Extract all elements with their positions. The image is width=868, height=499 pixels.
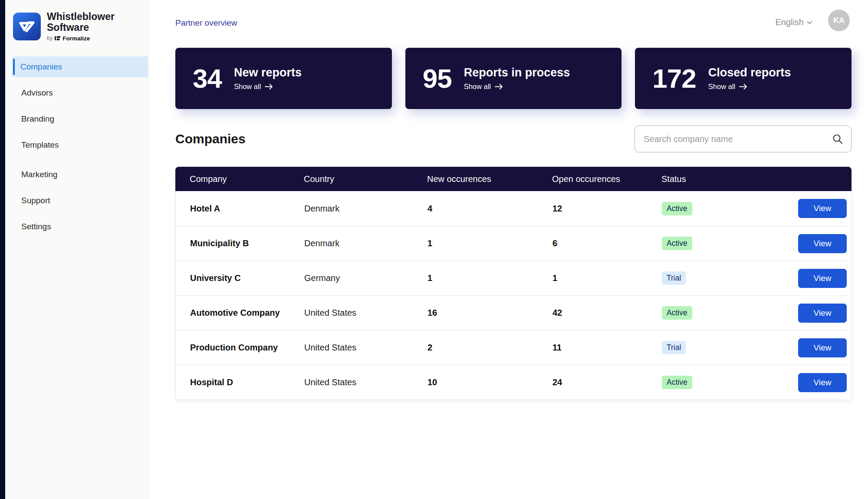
stat-card-new-reports[interactable]: 34 New reports Show all	[175, 48, 392, 109]
breadcrumb[interactable]: Partner overview	[175, 18, 237, 28]
view-button[interactable]: View	[798, 269, 847, 288]
whistleblower-logo-icon	[13, 13, 41, 40]
view-button[interactable]: View	[798, 373, 847, 392]
main-content: Partner overview English KA 34 New repor…	[149, 0, 868, 499]
status-badge: Active	[662, 237, 692, 250]
show-all-link[interactable]: Show all	[708, 83, 791, 91]
cell-country: Germany	[304, 273, 427, 283]
brand-logo: Whistleblower Software by Formalize	[5, 0, 148, 50]
status-badge: Trial	[662, 271, 686, 285]
search-input[interactable]	[635, 126, 852, 152]
arrow-right-icon	[265, 84, 273, 89]
cell-new-occurrences: 10	[427, 377, 552, 387]
avatar[interactable]: KA	[828, 10, 850, 31]
view-button[interactable]: View	[798, 338, 847, 357]
sidebar-item-label: Templates	[21, 140, 59, 150]
language-selector[interactable]: English	[775, 17, 812, 27]
sidebar-item-advisors[interactable]: Advisors	[5, 83, 148, 103]
companies-table: Company Country New occurences Open occu…	[175, 167, 852, 400]
language-label: English	[775, 17, 804, 27]
byline-brand: Formalize	[62, 35, 90, 42]
view-button[interactable]: View	[798, 199, 847, 218]
stat-label: Closed reports	[708, 66, 791, 79]
active-indicator-bar	[13, 59, 15, 75]
cell-open-occurrences: 24	[552, 377, 662, 387]
show-all-link[interactable]: Show all	[234, 83, 302, 91]
page-title: Companies	[175, 132, 246, 146]
companies-section-header: Companies	[175, 126, 852, 152]
cell-company: University C	[190, 273, 304, 283]
arrow-right-icon	[495, 84, 503, 89]
avatar-initials: KA	[833, 16, 845, 25]
table-row: Production Company United States 2 11 Tr…	[176, 330, 851, 365]
status-badge: Trial	[662, 341, 686, 354]
left-edge-strip	[0, 0, 5, 499]
table-row: Automotive Company United States 16 42 A…	[176, 295, 851, 330]
table-row: Hospital D United States 10 24 Active Vi…	[176, 365, 851, 400]
arrow-right-icon	[739, 84, 747, 89]
status-badge: Active	[662, 202, 692, 215]
sidebar-item-label: Marketing	[21, 170, 57, 179]
sidebar-item-label: Branding	[21, 114, 54, 124]
cell-company: Automotive Company	[190, 308, 304, 318]
table-header-row: Company Country New occurences Open occu…	[175, 167, 852, 191]
stat-value: 172	[652, 63, 696, 94]
brand-name-line2: Software	[47, 22, 115, 33]
cell-open-occurrences: 12	[552, 204, 662, 214]
column-header-country: Country	[304, 174, 427, 184]
app-window: Whistleblower Software by Formalize Comp…	[0, 0, 868, 499]
table-row: Municipality B Denmark 1 6 Active View	[176, 226, 851, 261]
sidebar-item-label: Support	[21, 196, 50, 205]
column-header-company: Company	[190, 174, 304, 184]
cell-company: Hospital D	[190, 377, 304, 387]
sidebar-item-label: Companies	[20, 62, 62, 72]
cell-country: United States	[304, 343, 427, 353]
sidebar: Whistleblower Software by Formalize Comp…	[5, 0, 148, 499]
cell-new-occurrences: 4	[427, 204, 552, 214]
sidebar-item-support[interactable]: Support	[5, 190, 148, 211]
stat-label: Reports in process	[464, 66, 570, 79]
stat-cards: 34 New reports Show all 95 Reports in pr…	[175, 48, 852, 109]
cell-company: Municipality B	[190, 238, 304, 248]
stat-label: New reports	[234, 66, 302, 79]
brand-name-line1: Whistleblower	[47, 11, 115, 22]
table-body: Hotel A Denmark 4 12 Active View Municip…	[175, 191, 852, 400]
status-badge: Active	[662, 306, 692, 320]
table-row: University C Germany 1 1 Trial View	[176, 261, 851, 295]
sidebar-item-settings[interactable]: Settings	[5, 216, 148, 237]
brand-text: Whistleblower Software by Formalize	[47, 11, 115, 42]
cell-open-occurrences: 6	[552, 238, 662, 248]
column-header-new-occurrences: New occurences	[427, 174, 552, 184]
cell-company: Hotel A	[190, 204, 304, 214]
status-badge: Active	[662, 376, 692, 389]
stat-texts: Reports in process Show all	[464, 66, 570, 90]
cell-open-occurrences: 1	[552, 273, 662, 283]
show-all-label: Show all	[464, 83, 491, 91]
sidebar-item-companies[interactable]: Companies	[12, 56, 148, 77]
view-button[interactable]: View	[798, 304, 847, 323]
stat-value: 95	[423, 63, 452, 94]
column-header-open-occurrences: Open occurences	[552, 174, 661, 184]
sidebar-item-marketing[interactable]: Marketing	[5, 164, 148, 185]
stat-card-closed-reports[interactable]: 172 Closed reports Show all	[635, 48, 852, 109]
stat-card-reports-in-process[interactable]: 95 Reports in process Show all	[405, 48, 622, 109]
cell-country: United States	[304, 308, 427, 318]
cell-new-occurrences: 1	[427, 238, 552, 248]
sidebar-item-templates[interactable]: Templates	[5, 135, 148, 155]
show-all-link[interactable]: Show all	[464, 83, 570, 91]
column-header-status: Status	[661, 174, 798, 184]
search-icon[interactable]	[832, 133, 843, 145]
sidebar-item-label: Settings	[21, 222, 51, 231]
company-search	[635, 126, 852, 152]
cell-open-occurrences: 42	[552, 308, 662, 318]
sidebar-item-branding[interactable]: Branding	[5, 109, 148, 129]
cell-new-occurrences: 2	[427, 343, 552, 353]
show-all-label: Show all	[234, 83, 261, 91]
stat-texts: New reports Show all	[234, 66, 302, 90]
cell-company: Production Company	[190, 343, 304, 353]
sidebar-item-label: Advisors	[21, 88, 53, 98]
cell-open-occurrences: 11	[552, 343, 662, 353]
stat-value: 34	[193, 63, 222, 94]
cell-new-occurrences: 1	[427, 273, 552, 283]
view-button[interactable]: View	[798, 234, 847, 253]
